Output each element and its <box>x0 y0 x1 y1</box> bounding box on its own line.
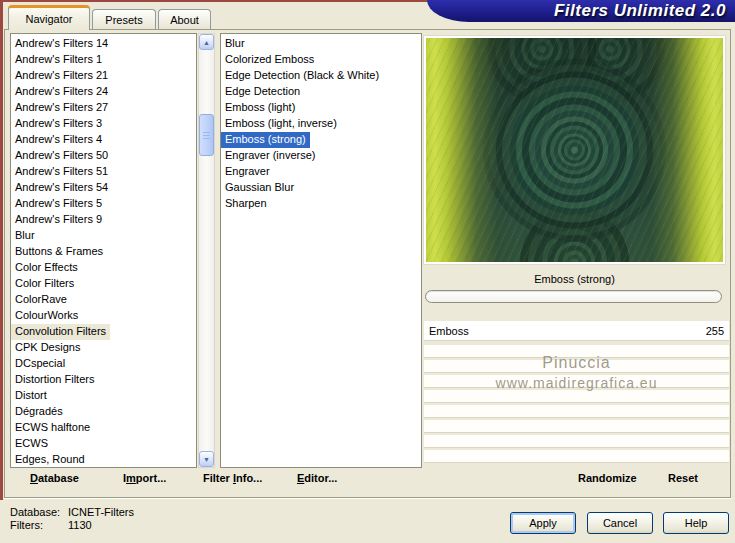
editor-button[interactable]: Editor... <box>297 472 337 488</box>
list-item[interactable]: Andrew's Filters 27 <box>11 100 112 116</box>
list-item[interactable]: Gaussian Blur <box>221 180 298 196</box>
reset-button[interactable]: Reset <box>668 472 698 488</box>
scroll-down-button[interactable]: ▼ <box>199 451 214 467</box>
window-edge-top <box>0 0 470 2</box>
list-item[interactable]: Colorized Emboss <box>221 52 318 68</box>
list-item[interactable]: Dégradés <box>11 404 67 420</box>
list-item[interactable]: Andrew's Filters 14 <box>11 36 112 52</box>
list-item[interactable]: Andrew's Filters 54 <box>11 180 112 196</box>
status-database-value: ICNET-Filters <box>68 506 134 518</box>
preview-frame <box>424 36 725 264</box>
database-button[interactable]: Database <box>30 472 79 488</box>
list-item[interactable]: ColourWorks <box>11 308 82 324</box>
apply-label: Apply <box>529 517 557 529</box>
tab-navigator[interactable]: Navigator <box>8 5 90 30</box>
list-item[interactable]: Blur <box>221 36 249 52</box>
preview-panel: Emboss (strong) Emboss 255 Pinuccia www.… <box>424 33 729 468</box>
list-item[interactable]: Sharpen <box>221 196 271 212</box>
list-item[interactable]: Edges, Round <box>11 452 89 468</box>
selected-filter-caption: Emboss (strong) <box>424 271 725 287</box>
list-item[interactable]: Andrew's Filters 4 <box>11 132 106 148</box>
status-database-label: Database: <box>10 506 60 518</box>
tab-about-label: About <box>170 14 199 26</box>
status-area: Database: ICNET-Filters Filters: 1130 <box>10 506 134 531</box>
parameter-row[interactable]: Emboss 255 <box>424 321 729 340</box>
list-item[interactable]: Emboss (strong) <box>221 132 310 148</box>
parameter-value: 255 <box>706 325 724 337</box>
cancel-label: Cancel <box>603 517 637 529</box>
import-button[interactable]: Import... <box>123 472 166 488</box>
list-item[interactable]: Andrew's Filters 5 <box>11 196 106 212</box>
tab-navigator-label: Navigator <box>25 13 72 25</box>
list-item[interactable]: ColorRave <box>11 292 71 308</box>
help-label: Help <box>685 517 708 529</box>
list-item[interactable]: CPK Designs <box>11 340 84 356</box>
list-item[interactable]: Edge Detection <box>221 84 304 100</box>
scrollbar-thumb[interactable] <box>199 114 214 156</box>
status-filters-value: 1130 <box>68 519 134 531</box>
randomize-label: Randomize <box>578 472 637 484</box>
list-item[interactable]: Andrew's Filters 9 <box>11 212 106 228</box>
empty-parameter-row <box>424 390 729 402</box>
import-label-post: port... <box>136 472 167 484</box>
list-item[interactable]: ECWS halftone <box>11 420 94 436</box>
list-item[interactable]: Distortion Filters <box>11 372 98 388</box>
title-banner: Filters Unlimited 2.0 <box>427 0 735 22</box>
reset-label: Reset <box>668 472 698 484</box>
navigator-page: Andrew's Filters 14Andrew's Filters 1And… <box>4 29 731 498</box>
list-item[interactable]: Edge Detection (Black & White) <box>221 68 383 84</box>
list-item[interactable]: Color Filters <box>11 276 78 292</box>
list-item[interactable]: Andrew's Filters 51 <box>11 164 112 180</box>
list-item[interactable]: Blur <box>11 228 39 244</box>
randomize-button[interactable]: Randomize <box>578 472 637 488</box>
list-item[interactable]: Andrew's Filters 1 <box>11 52 106 68</box>
database-label-post: atabase <box>38 472 79 484</box>
list-item[interactable]: Distort <box>11 388 51 404</box>
scroll-up-icon: ▲ <box>203 39 210 46</box>
filter-info-label-post: nfo... <box>236 472 262 484</box>
empty-parameter-rows <box>424 345 729 465</box>
editor-label-post: ditor... <box>304 472 337 484</box>
scroll-up-button[interactable]: ▲ <box>199 34 214 50</box>
empty-parameter-row <box>424 360 729 372</box>
import-label-key: m <box>126 472 136 484</box>
tab-about[interactable]: About <box>158 9 211 30</box>
help-button[interactable]: Help <box>663 512 729 534</box>
tab-presets-label: Presets <box>105 14 142 26</box>
category-list[interactable]: Andrew's Filters 14Andrew's Filters 1And… <box>10 33 197 468</box>
list-item[interactable]: Andrew's Filters 21 <box>11 68 112 84</box>
preview-image[interactable] <box>426 38 723 262</box>
filter-info-label-pre: Filter <box>203 472 233 484</box>
tab-presets[interactable]: Presets <box>92 9 156 30</box>
list-item[interactable]: Emboss (light) <box>221 100 299 116</box>
window-edge-left <box>0 0 3 500</box>
list-item[interactable]: Color Effects <box>11 260 82 276</box>
list-item[interactable]: Andrew's Filters 50 <box>11 148 112 164</box>
category-scrollbar[interactable]: ▲ ▼ <box>198 33 215 468</box>
empty-parameter-row <box>424 420 729 432</box>
list-item[interactable]: Andrew's Filters 24 <box>11 84 112 100</box>
scroll-down-icon: ▼ <box>203 456 210 463</box>
list-item[interactable]: Engraver <box>221 164 274 180</box>
filters-unlimited-dialog: Filters Unlimited 2.0 Navigator Presets … <box>0 0 735 543</box>
empty-parameter-row <box>424 375 729 387</box>
empty-parameter-row <box>424 450 729 462</box>
parameter-name: Emboss <box>429 325 469 337</box>
cancel-button[interactable]: Cancel <box>587 512 653 534</box>
list-item[interactable]: Andrew's Filters 3 <box>11 116 106 132</box>
status-filters-label: Filters: <box>10 519 60 531</box>
filter-list[interactable]: BlurColorized EmbossEdge Detection (Blac… <box>220 33 422 468</box>
parameter-slider[interactable] <box>425 290 722 303</box>
list-item[interactable]: Engraver (inverse) <box>221 148 319 164</box>
list-item[interactable]: DCspecial <box>11 356 69 372</box>
filter-info-button[interactable]: Filter Info... <box>203 472 262 488</box>
list-item[interactable]: Emboss (light, inverse) <box>221 116 341 132</box>
database-label-key: D <box>30 472 38 484</box>
apply-button[interactable]: Apply <box>510 512 576 534</box>
list-item[interactable]: Convolution Filters <box>11 324 110 340</box>
empty-parameter-row <box>424 435 729 447</box>
app-title: Filters Unlimited 2.0 <box>554 1 726 21</box>
list-item[interactable]: Buttons & Frames <box>11 244 107 260</box>
list-item[interactable]: ECWS <box>11 436 52 452</box>
empty-parameter-row <box>424 345 729 357</box>
